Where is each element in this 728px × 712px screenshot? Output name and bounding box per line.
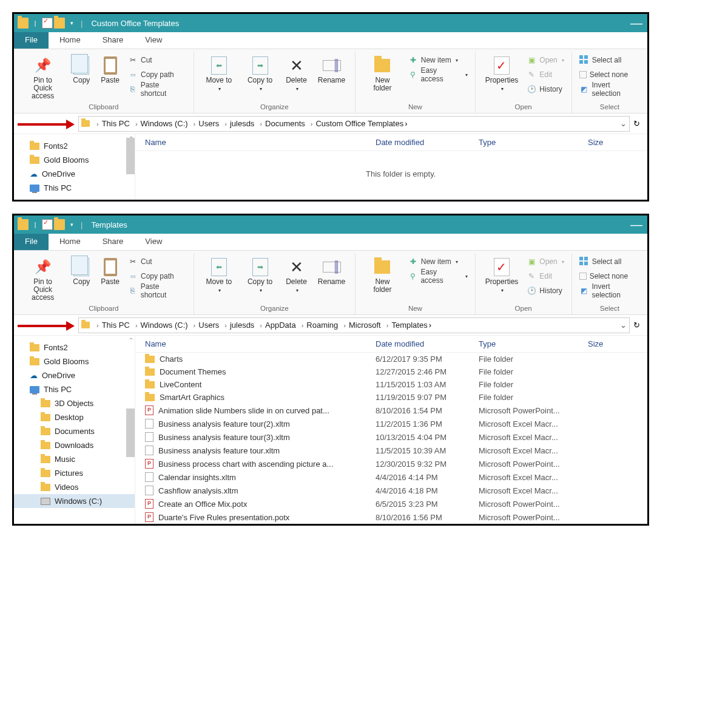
sidebar-item[interactable]: Gold Blooms — [14, 153, 135, 167]
breadcrumb-segment[interactable]: ›Microsoft — [339, 320, 382, 330]
history-button[interactable]: 🕑History — [527, 285, 564, 297]
open-button[interactable]: ▣Open▾ — [527, 256, 564, 268]
sidebar-item[interactable]: Documents — [14, 424, 135, 438]
tab-file[interactable]: File — [14, 234, 49, 250]
qat-properties-icon[interactable] — [42, 219, 53, 230]
tab-share[interactable]: Share — [92, 32, 135, 49]
qat-folder-icon[interactable] — [18, 18, 29, 29]
tab-share[interactable]: Share — [92, 234, 135, 250]
delete-button[interactable]: ✕Delete▾ — [281, 53, 312, 94]
copy-path-button[interactable]: ▭Copy path — [128, 270, 186, 282]
sidebar-item[interactable]: ☁OneDrive — [14, 368, 135, 382]
refresh-button[interactable]: ↻ — [630, 119, 644, 128]
address-dropdown-icon[interactable]: ⌄ — [620, 119, 627, 128]
sidebar-item[interactable]: This PC — [14, 181, 135, 195]
sidebar-item[interactable]: ☁OneDrive — [14, 167, 135, 181]
file-row[interactable]: Calendar insights.xltm4/4/2016 4:14 PMMi… — [135, 470, 647, 484]
copy-button[interactable]: Copy — [68, 254, 95, 287]
edit-button[interactable]: ✎Edit — [527, 69, 564, 81]
title-bar[interactable]: | ▾ | Templates — — [14, 215, 647, 234]
minimize-button[interactable]: — — [630, 16, 647, 30]
select-none-button[interactable]: Select none — [579, 270, 640, 282]
breadcrumb-segment[interactable]: ›Custom Office Templates — [306, 119, 405, 128]
file-row[interactable]: Business analysis feature tour.xltm11/5/… — [135, 444, 647, 457]
new-item-button[interactable]: ✚New item▾ — [408, 256, 468, 268]
file-row[interactable]: Business process chart with ascending pi… — [135, 457, 647, 470]
col-size[interactable]: Size — [588, 339, 638, 348]
sidebar-item[interactable]: Windows (C:) — [14, 494, 135, 508]
tab-home[interactable]: Home — [49, 32, 92, 49]
sidebar-item[interactable]: Fonts2 — [14, 139, 135, 153]
history-button[interactable]: 🕑History — [527, 83, 564, 95]
sidebar-item[interactable]: Videos — [14, 480, 135, 494]
file-row[interactable]: Document Themes12/27/2015 2:46 PMFile fo… — [135, 365, 647, 378]
column-headers[interactable]: Name Date modified Type Size — [135, 336, 647, 353]
breadcrumb-segment[interactable]: ›Documents — [255, 119, 306, 128]
select-none-button[interactable]: Select none — [579, 69, 640, 81]
edit-button[interactable]: ✎Edit — [527, 270, 564, 282]
sidebar-item[interactable]: Gold Blooms — [14, 354, 135, 368]
paste-button[interactable]: Paste — [96, 254, 124, 287]
file-row[interactable]: Create an Office Mix.potx6/5/2015 3:23 P… — [135, 497, 647, 510]
invert-selection-button[interactable]: ◩Invert selection — [579, 285, 640, 297]
file-row[interactable]: Business analysis feature tour(3).xltm10… — [135, 430, 647, 444]
copy-to-button[interactable]: ➡Copy to ▾ — [240, 53, 280, 94]
qat-newfolder-icon[interactable] — [54, 219, 65, 230]
move-to-button[interactable]: ⬅Move to ▾ — [199, 53, 239, 94]
pin-to-quick-access-button[interactable]: 📌Pin to Quickaccess — [19, 53, 67, 101]
address-bar[interactable]: ›This PC›Windows (C:)›Users›julesds›Docu… — [78, 116, 630, 132]
scrollbar-thumb[interactable] — [126, 138, 135, 174]
breadcrumb-segment[interactable]: ›julesds — [220, 119, 255, 128]
properties-button[interactable]: ✓Properties▾ — [480, 254, 524, 296]
easy-access-button[interactable]: ⚲Easy access▾ — [408, 270, 468, 282]
column-headers[interactable]: Name Date modified Type Size — [135, 134, 647, 151]
file-row[interactable]: Business analysis feature tour(2).xltm11… — [135, 417, 647, 430]
paste-shortcut-button[interactable]: ⎘Paste shortcut — [128, 285, 186, 297]
sidebar-item[interactable]: 3D Objects — [14, 396, 135, 410]
select-all-button[interactable]: Select all — [579, 54, 640, 66]
sidebar-item[interactable]: This PC — [14, 382, 135, 396]
col-date[interactable]: Date modified — [376, 339, 479, 348]
file-row[interactable]: Charts6/12/2017 9:35 PMFile folder — [135, 353, 647, 365]
minimize-button[interactable]: — — [630, 218, 647, 232]
select-all-button[interactable]: Select all — [579, 256, 640, 268]
breadcrumb-segment[interactable]: ›Windows (C:) — [131, 320, 189, 330]
col-date[interactable]: Date modified — [376, 138, 479, 147]
rename-button[interactable]: Rename — [313, 53, 350, 86]
col-name[interactable]: Name — [145, 339, 376, 348]
copy-path-button[interactable]: ▭Copy path — [128, 69, 186, 81]
sidebar-item[interactable]: Music — [14, 452, 135, 466]
tab-file[interactable]: File — [14, 32, 49, 49]
invert-selection-button[interactable]: ◩Invert selection — [579, 83, 640, 95]
copy-button[interactable]: Copy — [68, 53, 95, 86]
col-type[interactable]: Type — [479, 339, 588, 348]
tab-view[interactable]: View — [134, 234, 173, 250]
tab-home[interactable]: Home — [49, 234, 92, 250]
breadcrumb-segment[interactable]: ›Users — [189, 119, 221, 128]
breadcrumb-segment[interactable]: ›Users — [189, 320, 221, 330]
cut-button[interactable]: ✂Cut — [128, 256, 186, 268]
sidebar-item[interactable]: Desktop — [14, 410, 135, 424]
title-bar[interactable]: | ▾ | Custom Office Templates — — [14, 14, 647, 32]
file-row[interactable]: SmartArt Graphics11/19/2015 9:07 PMFile … — [135, 391, 647, 404]
copy-to-button[interactable]: ➡Copy to ▾ — [240, 254, 280, 296]
delete-button[interactable]: ✕Delete▾ — [281, 254, 312, 296]
sidebar-item[interactable]: Fonts2 — [14, 341, 135, 354]
breadcrumb-segment[interactable]: ›This PC — [92, 320, 131, 330]
new-folder-button[interactable]: New folder — [360, 53, 405, 93]
paste-shortcut-button[interactable]: ⎘Paste shortcut — [128, 83, 186, 95]
file-row[interactable]: Cashflow analysis.xltm4/4/2016 4:18 PMMi… — [135, 484, 647, 497]
address-dropdown-icon[interactable]: ⌄ — [620, 320, 627, 330]
open-button[interactable]: ▣Open▾ — [527, 54, 564, 66]
new-item-button[interactable]: ✚New item▾ — [408, 54, 468, 66]
sidebar-item[interactable]: Pictures — [14, 466, 135, 480]
tab-view[interactable]: View — [134, 32, 173, 49]
scrollbar-thumb[interactable] — [126, 409, 135, 457]
breadcrumb-segment[interactable]: ›Templates — [382, 320, 429, 330]
col-size[interactable]: Size — [588, 138, 638, 147]
pin-to-quick-access-button[interactable]: 📌Pin to Quickaccess — [19, 254, 67, 303]
breadcrumb-segment[interactable]: ›Windows (C:) — [131, 119, 189, 128]
new-folder-button[interactable]: New folder — [360, 254, 405, 295]
breadcrumb-segment[interactable]: ›Roaming — [297, 320, 340, 330]
address-bar[interactable]: ›This PC›Windows (C:)›Users›julesds›AppD… — [78, 317, 630, 333]
